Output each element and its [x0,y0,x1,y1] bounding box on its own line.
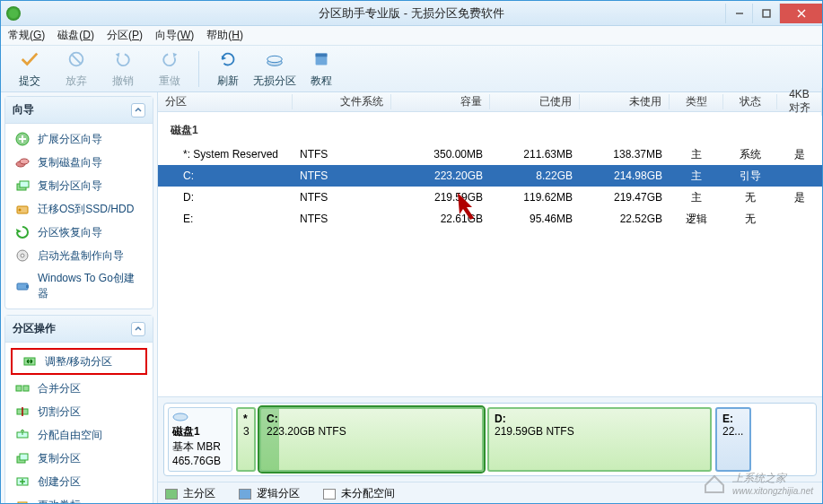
check-icon [19,49,40,72]
tool-label: 无损分区 [253,74,296,89]
svg-point-12 [20,159,29,164]
diskmap-partition[interactable]: E: 22... [715,407,751,472]
table-header-cell[interactable]: 分区 [158,94,293,109]
maximize-button[interactable] [752,4,779,23]
sidebar-item-label: 更改卷标 [38,498,81,505]
create-icon [14,474,31,490]
cell-cap: 350.00MB [391,148,490,161]
cell-name: C: [158,169,293,182]
table-header-cell[interactable]: 文件系统 [293,94,391,109]
tool-label: 教程 [311,74,332,89]
sidebar-item-ext[interactable]: 扩展分区向导 [5,127,153,151]
menu-item[interactable]: 帮助(H) [206,28,243,43]
wtg-icon [14,278,31,294]
ops-panel-header[interactable]: 分区操作 [5,316,153,343]
cell-free: 22.52GB [580,213,670,225]
sidebar-item-label: 合并分区 [38,381,81,396]
tool-discard[interactable]: 放弃 [53,48,100,91]
refresh-icon [217,49,239,72]
sidebar-item-label: 切割分区 [38,404,81,420]
sidebar-item-label[interactable]: 更改卷标 [5,493,153,504]
partition-label: C: [267,413,477,425]
safe-icon [264,49,285,72]
table-header-cell[interactable]: 类型 [670,94,723,109]
tool-redo[interactable]: 重做 [146,48,193,91]
table-header-cell[interactable]: 状态 [723,94,777,109]
close-button[interactable] [779,4,822,23]
diskmap-disk[interactable]: 磁盘1 基本 MBR 465.76GB [168,407,232,472]
sidebar-item-label: 复制分区向导 [38,178,102,194]
cell-4k: 是 [777,147,822,162]
sidebar-item-recover[interactable]: 分区恢复向导 [5,221,153,244]
collapse-icon[interactable] [131,103,145,117]
svg-rect-20 [26,285,29,288]
resize-icon [22,353,38,369]
ssd-icon [14,201,31,217]
split-icon [14,404,31,420]
wizard-panel-header[interactable]: 向导 [5,97,153,124]
tool-book[interactable]: 教程 [298,48,345,91]
svg-rect-22 [16,386,22,391]
diskmap: 磁盘1 基本 MBR 465.76GB * 3 C: 223.20GB NTFS… [158,396,822,482]
sidebar-item-merge[interactable]: 合并分区 [5,377,153,400]
svg-rect-23 [23,386,29,391]
sidebar-item-label: 分配自由空间 [38,428,102,443]
sidebar-item-copypart[interactable]: 复制分区向导 [5,174,153,197]
tool-safe[interactable]: 无损分区 [251,48,298,91]
cell-fs: NTFS [293,191,391,204]
sidebar-item-copy[interactable]: 复制分区 [5,447,153,470]
sidebar-item-split[interactable]: 切割分区 [5,400,153,423]
diskmap-partition[interactable]: C: 223.20GB NTFS [259,407,484,472]
cell-type: 逻辑 [670,212,723,227]
table-header-cell[interactable]: 未使用 [580,94,670,109]
diskmap-partition[interactable]: * 3 [236,407,256,472]
sidebar-item-wtg[interactable]: Windows To Go创建器 [5,267,153,305]
sidebar-item-alloc[interactable]: 分配自由空间 [5,423,153,447]
watermark-url: www.xitongzhijia.net [732,486,813,496]
sidebar-item-create[interactable]: 创建分区 [5,470,153,493]
minimize-button[interactable] [725,4,752,23]
toolbar: 提交 放弃 撤销 重做 刷新 无损分区 教程 [1,46,822,92]
highlight-box: 调整/移动分区 [11,348,147,375]
window-buttons [725,4,822,23]
menu-item[interactable]: 磁盘(D) [57,28,94,43]
cell-4k: 是 [777,190,822,205]
table-row[interactable]: *: System Reserved NTFS 350.00MB 211.63M… [158,143,822,165]
legend-label: 主分区 [183,486,215,501]
table-header: 分区文件系统容量已使用未使用类型状态4KB对齐 [158,92,822,112]
sidebar-item-bootdisk[interactable]: 启动光盘制作向导 [5,244,153,267]
tool-check[interactable]: 提交 [6,48,53,91]
table-row[interactable]: E: NTFS 22.61GB 95.46MB 22.52GB 逻辑 无 [158,208,822,230]
table-header-cell[interactable]: 已使用 [490,94,580,109]
app-icon [6,6,21,21]
tool-undo[interactable]: 撤销 [100,48,146,91]
undo-icon [112,49,134,72]
legend-item: 逻辑分区 [239,486,300,501]
wizard-panel: 向导 扩展分区向导 复制磁盘向导 复制分区向导 迁移OS到SSD/HDD 分区恢… [4,96,153,309]
table-row[interactable]: C: NTFS 223.20GB 8.22GB 214.98GB 主 引导 [158,165,822,187]
diskmap-disk-info: 基本 MBR [172,439,228,455]
collapse-icon[interactable] [131,322,145,336]
tool-label: 提交 [19,74,40,89]
cell-state: 系统 [723,147,777,162]
svg-point-16 [19,209,22,212]
sidebar-item-label: 扩展分区向导 [38,132,102,147]
cell-free: 219.47GB [580,191,670,204]
sidebar-item-ssd[interactable]: 迁移OS到SSD/HDD [5,197,153,221]
table-header-cell[interactable]: 容量 [391,94,490,109]
table-body: 磁盘1 *: System Reserved NTFS 350.00MB 211… [158,112,822,396]
table-row[interactable]: D: NTFS 219.59GB 119.62MB 219.47GB 主 无 是 [158,187,822,208]
content-area: 分区文件系统容量已使用未使用类型状态4KB对齐 磁盘1 *: System Re… [158,92,822,504]
menu-item[interactable]: 分区(P) [107,28,143,43]
diskmap-partition[interactable]: D: 219.59GB NTFS [487,407,712,472]
sidebar-item-copydisk[interactable]: 复制磁盘向导 [5,151,153,174]
cell-cap: 223.20GB [391,169,490,182]
sidebar-item-label: 迁移OS到SSD/HDD [38,202,134,217]
menu-item[interactable]: 常规(G) [8,28,45,43]
menubar: 常规(G)磁盘(D)分区(P)向导(W)帮助(H) [1,26,822,46]
sidebar-item-resize[interactable]: 调整/移动分区 [13,350,145,373]
tool-refresh[interactable]: 刷新 [205,48,251,91]
recover-icon [14,224,31,240]
copypart-icon [14,178,31,194]
menu-item[interactable]: 向导(W) [155,28,194,43]
